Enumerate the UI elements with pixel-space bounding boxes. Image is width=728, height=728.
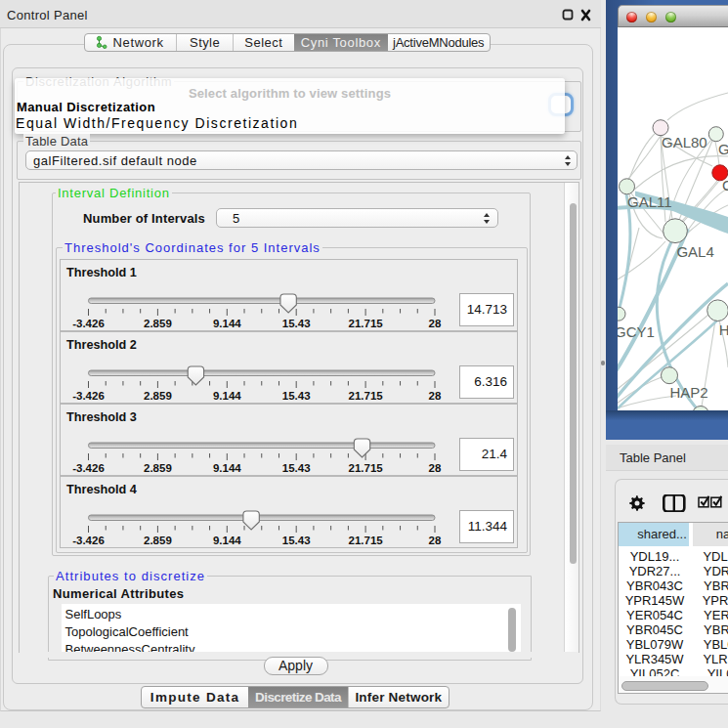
svg-text:H: H [719, 321, 728, 338]
svg-text:GAL4: GAL4 [676, 243, 713, 260]
svg-text:HAP2: HAP2 [669, 384, 707, 401]
svg-text:GAL80: GAL80 [662, 134, 707, 150]
svg-text:CY: CY [722, 177, 728, 193]
svg-text:GA: GA [718, 141, 728, 157]
svg-text:GAL11: GAL11 [627, 193, 672, 210]
svg-text:GCY1: GCY1 [618, 323, 655, 340]
